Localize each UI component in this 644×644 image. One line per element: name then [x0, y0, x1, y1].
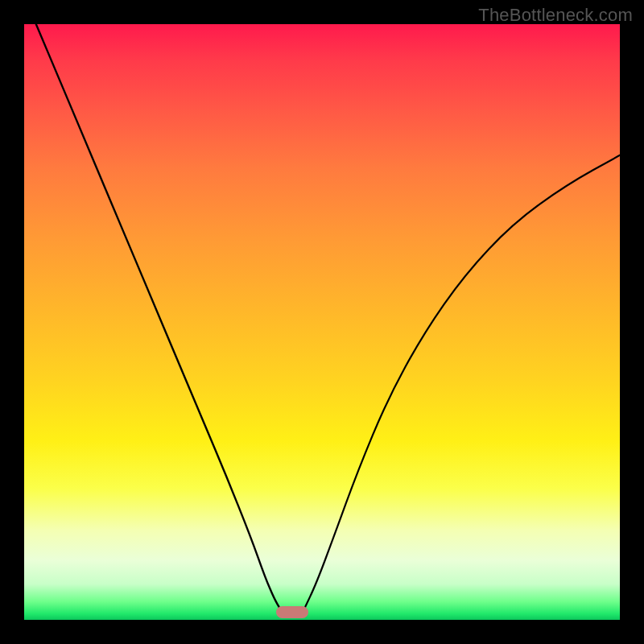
curve-left-branch: [36, 24, 280, 609]
curve-right-branch: [304, 155, 620, 609]
watermark-text: TheBottleneck.com: [478, 5, 633, 26]
bottleneck-curve: [24, 24, 620, 620]
bottleneck-marker: [276, 606, 309, 618]
plot-area: [24, 24, 620, 620]
chart-frame: TheBottleneck.com: [0, 0, 644, 644]
